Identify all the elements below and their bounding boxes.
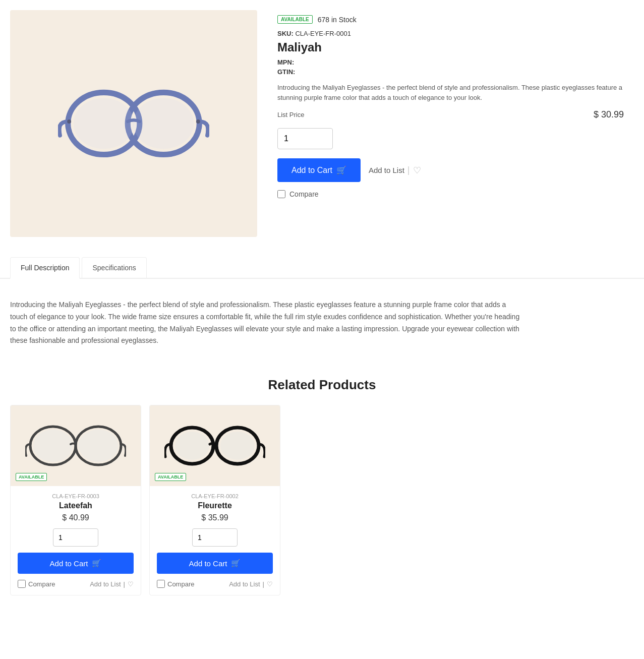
compare-checkbox[interactable] (277, 190, 285, 198)
card-bottom-row-1: Compare Add to List | ♡ (157, 580, 273, 588)
card-available-badge-0: AVAILABLE (16, 473, 47, 481)
card-compare-checkbox-1[interactable] (157, 580, 165, 588)
card-image-container-0: AVAILABLE (11, 405, 141, 486)
gtin-row: GTIN: (277, 68, 634, 76)
card-add-to-cart-button-0[interactable]: Add to Cart 🛒 (18, 553, 134, 574)
card-add-to-cart-label-0: Add to Cart (50, 559, 88, 568)
svg-point-9 (79, 430, 118, 462)
mpn-label: MPN: (277, 58, 294, 66)
related-products-grid: AVAILABLE CLA-EYE-FR-0003 Lateefah $ 40.… (10, 405, 634, 595)
card-cart-icon-1: 🛒 (231, 559, 241, 568)
related-products-title: Related Products (10, 377, 634, 393)
sku-value: CLA-EYE-FR-0001 (295, 30, 351, 37)
svg-point-8 (33, 430, 73, 462)
product-short-description: Introducing the Maliyah Eyeglasses - the… (277, 83, 634, 102)
related-products-section: Related Products AVAILABLE CLA-EYE-FR-00… (0, 367, 644, 606)
add-to-list-label[interactable]: Add to List (369, 166, 404, 174)
card-name-1: Fleurette (157, 501, 273, 510)
price-value: $ 30.99 (594, 109, 624, 120)
card-add-to-list-label-1[interactable]: Add to List (229, 580, 260, 588)
card-add-to-list-label-0[interactable]: Add to List (90, 580, 121, 588)
compare-row: Compare (277, 190, 634, 198)
product-image (58, 84, 209, 163)
card-quantity-1[interactable] (192, 528, 238, 547)
price-label: List Price (277, 111, 304, 118)
quantity-input[interactable] (277, 128, 333, 149)
card-product-image-1 (164, 421, 265, 471)
svg-point-2 (74, 98, 134, 149)
card-add-to-cart-label-1: Add to Cart (189, 559, 227, 568)
separator-icon: | (407, 165, 410, 175)
availability-row: AVAILABLE 678 in Stock (277, 15, 634, 24)
add-to-cart-button[interactable]: Add to Cart 🛒 (277, 158, 361, 182)
compare-label[interactable]: Compare (289, 190, 319, 198)
mpn-row: MPN: (277, 58, 634, 66)
svg-point-4 (67, 119, 71, 124)
svg-point-5 (196, 119, 200, 124)
card-image-container-1: AVAILABLE (150, 405, 280, 486)
card-product-image-0 (25, 421, 126, 471)
card-add-to-list-1: Add to List | ♡ (229, 580, 273, 588)
card-compare-row-1: Compare (157, 580, 194, 588)
product-details: AVAILABLE 678 in Stock SKU: CLA-EYE-FR-0… (277, 10, 634, 237)
tabs-list: Full Description Specifications (10, 257, 634, 278)
add-to-list-row: Add to List | ♡ (369, 165, 421, 176)
card-quantity-0[interactable] (53, 528, 98, 547)
card-body-0: CLA-EYE-FR-0003 Lateefah $ 40.99 Add to … (11, 486, 141, 595)
product-image-container (10, 10, 257, 237)
card-compare-label-1[interactable]: Compare (167, 580, 194, 588)
card-heart-icon-0[interactable]: ♡ (128, 580, 134, 588)
product-name: Maliyah (277, 40, 634, 54)
card-available-badge-1: AVAILABLE (155, 473, 186, 481)
svg-point-3 (133, 98, 194, 149)
gtin-label: GTIN: (277, 68, 295, 76)
card-bottom-row-0: Compare Add to List | ♡ (18, 580, 134, 588)
card-price-1: $ 35.99 (157, 513, 273, 522)
sku-row: SKU: CLA-EYE-FR-0001 (277, 30, 634, 37)
available-badge: AVAILABLE (277, 15, 313, 24)
card-sku-0: CLA-EYE-FR-0003 (18, 493, 134, 499)
card-add-to-cart-button-1[interactable]: Add to Cart 🛒 (157, 553, 273, 574)
card-compare-label-0[interactable]: Compare (28, 580, 55, 588)
full-description-text: Introducing the Maliyah Eyeglasses - the… (0, 289, 535, 367)
card-sku-1: CLA-EYE-FR-0002 (157, 493, 273, 499)
action-row: Add to Cart 🛒 Add to List | ♡ (277, 158, 634, 182)
related-product-card-0: AVAILABLE CLA-EYE-FR-0003 Lateefah $ 40.… (10, 405, 141, 595)
cart-icon: 🛒 (336, 165, 346, 175)
card-price-0: $ 40.99 (18, 513, 134, 522)
card-compare-row-0: Compare (18, 580, 55, 588)
card-cart-icon-0: 🛒 (92, 559, 101, 568)
stock-text: 678 in Stock (318, 16, 357, 24)
sku-label: SKU: (277, 30, 294, 37)
price-row: List Price $ 30.99 (277, 109, 634, 120)
tabs-section: Full Description Specifications (0, 257, 644, 279)
card-name-0: Lateefah (18, 501, 134, 510)
card-add-to-list-0: Add to List | ♡ (90, 580, 134, 588)
svg-point-12 (175, 432, 209, 460)
tab-full-description[interactable]: Full Description (10, 257, 80, 279)
svg-point-13 (220, 432, 255, 460)
card-body-1: CLA-EYE-FR-0002 Fleurette $ 35.99 Add to… (150, 486, 280, 595)
card-separator-0: | (124, 580, 125, 588)
related-product-card-1: AVAILABLE CLA-EYE-FR-0002 Fleurette $ 35… (149, 405, 280, 595)
card-heart-icon-1[interactable]: ♡ (267, 580, 273, 588)
product-top-section: AVAILABLE 678 in Stock SKU: CLA-EYE-FR-0… (0, 0, 644, 257)
tab-specifications[interactable]: Specifications (82, 257, 146, 278)
card-separator-1: | (263, 580, 264, 588)
add-to-cart-label: Add to Cart (291, 166, 332, 175)
heart-icon[interactable]: ♡ (413, 165, 421, 176)
card-compare-checkbox-0[interactable] (18, 580, 26, 588)
